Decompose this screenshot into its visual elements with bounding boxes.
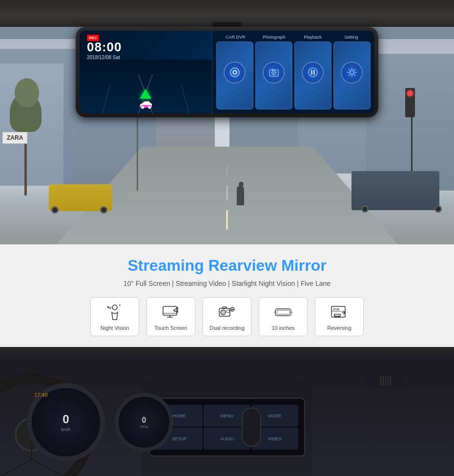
photo-camera-icon [267,65,281,79]
svg-point-11 [112,305,117,310]
ten-inches-svg-icon [273,303,293,322]
dashboard-time: 17:48 [34,392,48,398]
reversing-icon: STOP [330,303,349,322]
feature-reversing: STOP Reversing [315,297,364,336]
menu-title-photo: Photograph [255,35,293,40]
sub-title: 10'' Full Screen | Streaming Video | Sta… [0,280,454,287]
mirror-dvr-dots: ... [233,86,236,90]
mirror-setting-icon [341,62,363,84]
night-vision-svg-icon: ★ ✦ [105,303,124,322]
svg-rect-8 [311,70,312,75]
svg-point-20 [222,311,225,314]
touch-screen-icon [161,303,181,322]
svg-point-19 [221,310,226,315]
mirror-screen: REC 08:00 2018/12/08 Sat [80,31,374,113]
time-display: 08:00 2018/12/08 Sat [87,40,122,60]
svg-point-2 [234,71,236,73]
time-clock: 08:00 [87,40,122,55]
feature-dual-recording-label: Dual recording [209,325,245,331]
camera-circle-icon [228,65,242,79]
mirror-playback-icon [302,62,324,84]
mirror-device: REC 08:00 2018/12/08 Sat [76,27,378,117]
svg-rect-22 [223,307,227,308]
mirror-setting-dots: ... [351,86,354,90]
reversing-svg-icon: STOP [330,303,349,322]
svg-point-7 [309,68,317,77]
feature-ten-inches: 10 inches [259,297,308,336]
main-title: Streaming Rearview Mirror [0,244,454,280]
mirror-photo-dots: ... [272,86,276,90]
feature-ten-inches-label: 10 inches [271,325,294,331]
dual-recording-svg-icon [217,303,237,322]
menu-title-dvr: CAR DVR [216,35,255,40]
car-interior-bottom: HOME MENU MODE SETUP AUDIO VIDEO [0,347,454,476]
air-vent-right [366,373,405,388]
feature-night-vision-label: Night Vision [101,325,129,331]
gear-shift [242,408,261,447]
svg-text:✦: ✦ [119,304,121,307]
dual-recording-icon [217,303,237,322]
traffic-light-red [407,90,413,96]
mirror-menu-playback[interactable]: ... [294,42,331,109]
mirror-photo-icon [263,62,285,84]
svg-rect-9 [313,70,315,75]
svg-point-10 [350,70,354,74]
svg-point-21 [227,310,229,313]
menu-title-setting: Setting [332,35,371,40]
svg-text:STOP: STOP [333,308,340,311]
mirror-menu-photo[interactable]: ... [255,42,292,109]
mirror-menu-titles: CAR DVR Photograph Playback Setting [216,35,371,40]
feature-touch-screen-label: Touch Screen [154,325,187,331]
mirror-dvr-icon [224,62,246,84]
svg-point-5 [273,72,274,74]
traffic-light-yellow [407,99,413,105]
traffic-light [405,88,415,117]
background: ZARA REC 08:00 2018/12/08 Sat [0,0,454,476]
features-row: ★ ✦ Night Vision [0,297,454,336]
info-section: Streaming Rearview Mirror 10'' Full Scre… [0,244,454,347]
pause-circle-icon [306,65,320,79]
feature-touch-screen: Touch Screen [146,297,195,336]
mirror-menu-icons-row: ... .. [216,42,371,109]
svg-rect-6 [271,69,274,70]
svg-text:★: ★ [106,305,110,309]
touch-screen-svg-icon [161,303,181,322]
mirror-playback-dots: ... [311,86,315,90]
ten-inches-icon [273,303,293,322]
feature-night-vision: ★ ✦ Night Vision [90,297,139,336]
mirror-menu-dvr[interactable]: ... [216,42,253,109]
night-vision-icon: ★ ✦ [105,303,124,322]
traffic-light-green [407,107,413,113]
svg-point-31 [335,316,337,318]
feature-dual-recording: Dual recording [203,297,251,336]
svg-point-32 [338,316,340,318]
svg-rect-24 [275,309,291,316]
feature-reversing-label: Reversing [327,325,351,331]
mirror-menu-setting[interactable]: ... [333,42,371,109]
mirror-menu: CAR DVR Photograph Playback Setting [212,31,374,113]
svg-rect-25 [277,310,289,314]
mirror-outer-frame: REC 08:00 2018/12/08 Sat [76,27,378,117]
menu-title-playback: Playback [293,35,332,40]
mirror-nav-view: REC 08:00 2018/12/08 Sat [80,31,212,113]
gear-icon [345,65,359,79]
rpm-gauge: 0 RPM [115,393,173,452]
